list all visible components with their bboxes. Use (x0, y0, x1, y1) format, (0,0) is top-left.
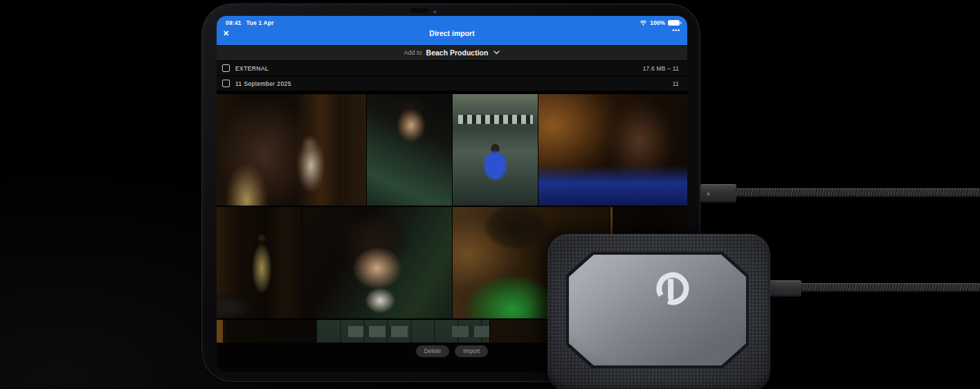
volume-button (259, 3, 274, 6)
sensor-dot (477, 11, 479, 13)
wifi-icon (639, 20, 647, 26)
front-camera-icon (433, 10, 437, 14)
source-label: EXTERNAL (235, 65, 269, 72)
photo-thumbnail[interactable] (538, 94, 687, 206)
add-to-label: Add to (404, 49, 422, 56)
battery-icon (668, 20, 680, 26)
status-bar: 09:41 Tue 1 Apr 100% (217, 16, 687, 26)
volume-button (239, 3, 255, 6)
more-menu-icon[interactable]: ••• (672, 27, 680, 34)
source-row-date-group[interactable]: 11 September 2025 11 (217, 76, 687, 91)
thunderbolt-icon (706, 191, 711, 197)
status-date: Tue 1 Apr (246, 19, 274, 26)
photo-thumbnail[interactable] (453, 94, 538, 206)
page-title: Direct import (217, 29, 687, 37)
external-checkbox[interactable] (222, 64, 230, 72)
date-group-count: 11 (673, 80, 679, 87)
date-group-checkbox[interactable] (222, 80, 230, 87)
photo-thumbnail[interactable] (217, 320, 316, 343)
scene: 09:41 Tue 1 Apr 100% ✕ (0, 0, 980, 389)
photo-thumbnail[interactable] (367, 94, 452, 206)
photo-thumbnail[interactable] (217, 94, 366, 206)
source-row-external[interactable]: EXTERNAL 17.6 MB – 11 (217, 61, 687, 76)
sensor-dot (466, 11, 468, 13)
usb-c-cable (796, 283, 980, 292)
import-button[interactable]: Import (455, 345, 488, 357)
app-header: 09:41 Tue 1 Apr 100% ✕ (217, 16, 687, 45)
usb-c-cable (732, 188, 980, 197)
photo-thumbnail[interactable] (217, 207, 302, 318)
photo-row (217, 94, 687, 206)
source-size-count: 17.6 MB – 11 (643, 65, 679, 72)
portable-ssd (547, 234, 770, 389)
add-to-value: Beach Production (426, 48, 489, 57)
battery-percent: 100% (650, 19, 665, 26)
photo-thumbnail[interactable] (302, 207, 452, 318)
status-time: 09:41 (226, 19, 242, 26)
nav-bar: ✕ Direct import ••• (217, 28, 687, 43)
date-group-label: 11 September 2025 (235, 80, 291, 87)
usb-c-connector (700, 184, 736, 203)
delete-button[interactable]: Delete (416, 345, 450, 357)
photo-thumbnail[interactable] (316, 320, 489, 343)
front-camera-housing (410, 8, 428, 12)
chevron-down-icon (493, 51, 500, 55)
g-drive-logo-icon (653, 269, 692, 308)
add-to-dropdown[interactable]: Add to Beach Production (217, 45, 687, 61)
